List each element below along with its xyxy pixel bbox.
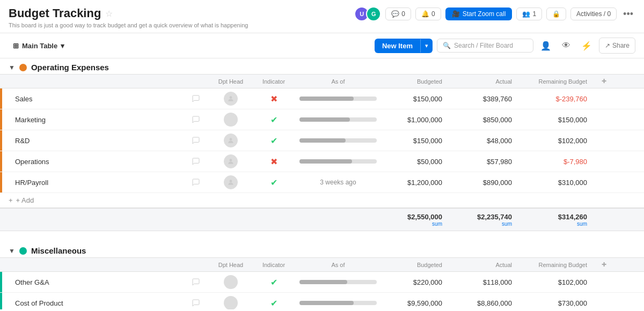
- row-budgeted: $150,000: [381, 137, 451, 145]
- col-headers-operating-expenses: Dpt Head Indicator As of Budgeted Actual…: [0, 74, 644, 88]
- row-budgeted: $150,000: [381, 95, 451, 103]
- row-indicator-cell: ✖: [252, 157, 295, 167]
- col-add-header[interactable]: ✚: [596, 77, 612, 86]
- col-name-header: [11, 264, 182, 266]
- indicator-check-icon: ✔: [270, 277, 277, 287]
- updates-btn[interactable]: 🔔 0: [415, 8, 441, 20]
- star-icon[interactable]: ☆: [105, 9, 113, 19]
- activities-btn[interactable]: Activities / 0: [570, 8, 617, 20]
- page-title: Budget Tracking: [9, 6, 101, 20]
- row-color-bar: [0, 109, 2, 130]
- row-avatar-cell: [209, 113, 252, 127]
- col-actual-header: Actual: [451, 261, 521, 269]
- row-remaining: $730,000: [521, 299, 596, 307]
- row-avatar-cell: [209, 134, 252, 147]
- sum-actual: $2,235,740 sum: [451, 213, 521, 227]
- row-indicator-cell: ✖: [252, 94, 295, 104]
- add-row-button[interactable]: ++ Add: [0, 193, 644, 208]
- row-budgeted: $9,590,000: [381, 299, 451, 307]
- toolbar-right: New Item ▾ 🔍 Search / Filter Board 👤 👁 ⚡…: [375, 38, 635, 54]
- table-icon: ⊞: [13, 42, 19, 50]
- table-label[interactable]: ⊞ Main Table ▾: [9, 40, 69, 52]
- table-row: Sales ✖ $150,000 $389,760 $-239,760: [0, 88, 644, 109]
- indicator-x-icon: ✖: [270, 157, 277, 167]
- row-comment-icon[interactable]: [182, 178, 209, 187]
- title-area: Budget Tracking ☆ This board is just a g…: [9, 6, 248, 28]
- group-name: Operating Expenses: [31, 63, 109, 72]
- row-comment-icon[interactable]: [182, 115, 209, 124]
- table-row: Marketing ✔ $1,000,000 $850,000 $150,000: [0, 109, 644, 130]
- col-indicator-header: Indicator: [252, 261, 295, 269]
- row-budgeted: $220,000: [381, 278, 451, 286]
- header-actions: U G 💬 0 🔔 0 🎥 Start Zoom call 👥 1 🔒 Acti…: [354, 6, 635, 21]
- sum-budgeted: $2,550,000 sum: [381, 213, 451, 227]
- group-header-operating-expenses: ▼ Operating Expenses: [0, 58, 644, 74]
- col-remaining-header: Remaining Budget: [521, 261, 596, 269]
- row-avatar-cell: [209, 154, 252, 168]
- row-asof-cell: [295, 280, 381, 284]
- col-budgeted-header: Budgeted: [381, 77, 451, 86]
- group-collapse-icon[interactable]: ▼: [9, 64, 15, 71]
- zoom-call-button[interactable]: 🎥 Start Zoom call: [445, 8, 513, 20]
- svg-point-1: [230, 138, 232, 140]
- svg-point-3: [230, 180, 232, 182]
- table-chevron-icon: ▾: [61, 42, 64, 50]
- people-count: 1: [532, 10, 536, 18]
- subtitle: This board is just a good way to track b…: [9, 22, 248, 28]
- indicator-check-icon: ✔: [270, 298, 277, 308]
- sum-remaining-label: sum: [521, 221, 587, 227]
- reactions-count: 0: [401, 10, 405, 18]
- sum-actual-label: sum: [451, 221, 512, 227]
- add-row-plus-icon: +: [9, 196, 13, 204]
- row-color-bar: [0, 172, 2, 192]
- row-name: HR/Payroll: [11, 174, 182, 191]
- row-comment-icon[interactable]: [182, 136, 209, 145]
- person-filter-icon[interactable]: 👤: [538, 38, 554, 54]
- row-name: Marketing: [11, 112, 182, 128]
- row-remaining: $-239,760: [521, 95, 596, 103]
- new-item-button[interactable]: New Item ▾: [375, 39, 433, 53]
- group-collapse-icon[interactable]: ▼: [9, 247, 15, 255]
- search-box[interactable]: 🔍 Search / Filter Board: [437, 39, 533, 53]
- activities-label: Activities / 0: [576, 10, 611, 18]
- row-remaining: $102,000: [521, 278, 596, 286]
- row-color-bar: [0, 88, 2, 109]
- new-item-arrow-icon[interactable]: ▾: [420, 39, 433, 53]
- row-comment-icon[interactable]: [182, 278, 209, 286]
- filter-icon[interactable]: ⚡: [579, 38, 595, 54]
- row-comment-icon[interactable]: [182, 157, 209, 166]
- row-indicator-cell: ✔: [252, 136, 295, 146]
- lock-btn[interactable]: 🔒: [546, 8, 566, 20]
- avatar-stack: U G: [354, 6, 381, 21]
- row-asof-cell: [295, 138, 381, 143]
- col-asof-header: As of: [295, 77, 381, 86]
- row-actual: $850,000: [451, 116, 521, 124]
- col-asof-header: As of: [295, 261, 381, 269]
- group-color-dot: [19, 64, 27, 71]
- more-button[interactable]: •••: [621, 9, 635, 20]
- row-color-bar: [0, 151, 2, 172]
- row-name: Sales: [11, 91, 182, 107]
- sum-remaining: $314,260 sum: [521, 213, 596, 227]
- row-comment-icon[interactable]: [182, 94, 209, 103]
- row-indicator-cell: ✔: [252, 115, 295, 125]
- indicator-check-icon: ✔: [270, 177, 277, 188]
- people-btn[interactable]: 👥 1: [516, 8, 542, 20]
- share-button[interactable]: ↗ Share: [599, 38, 635, 54]
- toolbar-left: ⊞ Main Table ▾: [9, 40, 69, 52]
- col-headers-miscellaneous: Dpt Head Indicator As of Budgeted Actual…: [0, 257, 644, 272]
- col-remaining-header: Remaining Budget: [521, 77, 596, 86]
- col-dpthead-header: Dpt Head: [209, 261, 252, 269]
- avatar-user2[interactable]: G: [366, 6, 381, 21]
- reaction-icon: 💬: [391, 10, 399, 18]
- reactions-btn[interactable]: 💬 0: [385, 8, 411, 20]
- col-add-header[interactable]: ✚: [596, 260, 612, 269]
- row-comment-icon[interactable]: [182, 299, 209, 307]
- sum-budgeted-value: $2,550,000: [381, 213, 442, 221]
- group-header-miscellaneous: ▼ Miscellaneous: [0, 242, 644, 257]
- eye-icon[interactable]: 👁: [558, 38, 574, 54]
- updates-icon: 🔔: [421, 10, 429, 18]
- share-label: Share: [612, 42, 630, 49]
- group-miscellaneous: ▼ Miscellaneous Dpt Head Indicator As of…: [0, 242, 644, 309]
- row-name: Operations: [11, 153, 182, 170]
